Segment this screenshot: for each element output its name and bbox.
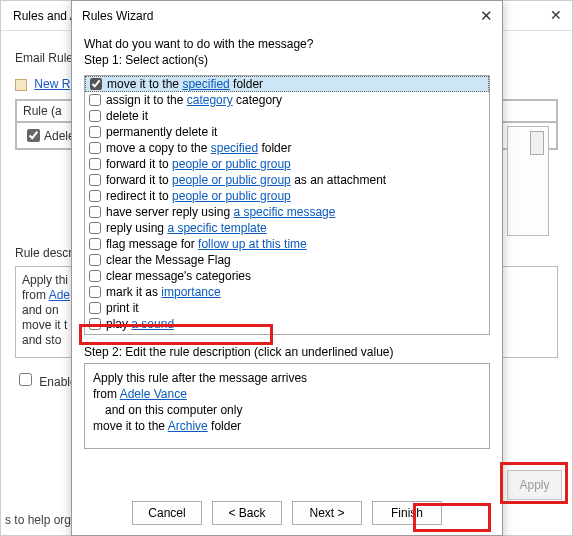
action-checkbox[interactable] (89, 158, 101, 170)
new-rule-link[interactable]: New R (34, 77, 70, 91)
action-row[interactable]: clear the Message Flag (85, 252, 489, 268)
action-label: print it (106, 300, 139, 316)
desc-line1: Apply this rule after the message arrive… (93, 370, 481, 386)
action-row[interactable]: mark it as read (85, 332, 489, 335)
action-param-link[interactable]: specified (182, 77, 229, 91)
close-icon[interactable]: ✕ (550, 7, 562, 23)
finish-button[interactable]: Finish (372, 501, 442, 525)
dialog-title: Rules Wizard (82, 9, 153, 23)
wizard-question: What do you want to do with the message? (84, 37, 490, 51)
action-param-link[interactable]: specified (211, 141, 258, 155)
action-label: move a copy to the specified folder (106, 140, 291, 156)
action-label: clear the Message Flag (106, 252, 231, 268)
action-param-link[interactable]: a specific message (233, 205, 335, 219)
action-row[interactable]: mark it as importance (85, 284, 489, 300)
action-label: reply using a specific template (106, 220, 267, 236)
action-param-link[interactable]: people or public group (172, 157, 291, 171)
action-checkbox[interactable] (89, 142, 101, 154)
next-button[interactable]: Next > (292, 501, 362, 525)
action-checkbox[interactable] (89, 270, 101, 282)
bg-title: Rules and A (13, 9, 78, 23)
action-label: clear message's categories (106, 268, 251, 284)
action-label: assign it to the category category (106, 92, 282, 108)
action-row[interactable]: forward it to people or public group as … (85, 172, 489, 188)
action-row[interactable]: redirect it to people or public group (85, 188, 489, 204)
action-label: mark it as read (106, 332, 185, 335)
action-checkbox[interactable] (89, 174, 101, 186)
rule-description-box: Apply this rule after the message arrive… (84, 363, 490, 449)
action-row[interactable]: reply using a specific template (85, 220, 489, 236)
action-label: have server reply using a specific messa… (106, 204, 335, 220)
action-param-link[interactable]: category (187, 93, 233, 107)
action-label: flag message for follow up at this time (106, 236, 307, 252)
action-label: forward it to people or public group (106, 156, 291, 172)
action-row[interactable]: move it to the specified folder (85, 76, 489, 92)
action-checkbox[interactable] (89, 206, 101, 218)
help-text: s to help orga (5, 513, 78, 527)
wizard-buttons: Cancel < Back Next > Finish (72, 501, 502, 525)
action-label: delete it (106, 108, 148, 124)
action-checkbox[interactable] (89, 318, 101, 330)
action-checkbox[interactable] (89, 334, 101, 335)
action-param-link[interactable]: importance (161, 285, 220, 299)
from-person-link[interactable]: Adele Vance (120, 387, 187, 401)
action-row[interactable]: flag message for follow up at this time (85, 236, 489, 252)
action-checkbox[interactable] (89, 190, 101, 202)
action-label: play a sound (106, 316, 174, 332)
action-label: forward it to people or public group as … (106, 172, 386, 188)
action-checkbox[interactable] (90, 78, 102, 90)
cancel-button[interactable]: Cancel (132, 501, 202, 525)
adele-link[interactable]: Ade (49, 288, 70, 302)
dialog-titlebar: Rules Wizard ✕ (72, 1, 502, 31)
step2-label: Step 2: Edit the rule description (click… (84, 345, 490, 359)
rule-row-checkbox[interactable] (27, 129, 40, 142)
action-row[interactable]: forward it to people or public group (85, 156, 489, 172)
action-param-link[interactable]: a sound (131, 317, 174, 331)
enable-checkbox[interactable] (19, 373, 32, 386)
dialog-body: What do you want to do with the message?… (72, 31, 502, 75)
action-label: permanently delete it (106, 124, 217, 140)
action-row[interactable]: assign it to the category category (85, 92, 489, 108)
action-row[interactable]: permanently delete it (85, 124, 489, 140)
action-row[interactable]: clear message's categories (85, 268, 489, 284)
action-row[interactable]: have server reply using a specific messa… (85, 204, 489, 220)
actions-list[interactable]: move it to the specified folderassign it… (84, 75, 490, 335)
action-checkbox[interactable] (89, 126, 101, 138)
back-button[interactable]: < Back (212, 501, 282, 525)
action-checkbox[interactable] (89, 254, 101, 266)
action-row[interactable]: move a copy to the specified folder (85, 140, 489, 156)
rules-wizard-dialog: Rules Wizard ✕ What do you want to do wi… (71, 0, 503, 536)
close-button[interactable]: ✕ (474, 5, 496, 27)
order-slider[interactable] (507, 126, 549, 236)
action-row[interactable]: delete it (85, 108, 489, 124)
action-param-link[interactable]: people or public group (172, 189, 291, 203)
action-checkbox[interactable] (89, 286, 101, 298)
action-row[interactable]: print it (85, 300, 489, 316)
action-checkbox[interactable] (89, 222, 101, 234)
apply-button[interactable]: Apply (507, 470, 562, 500)
step1-label: Step 1: Select action(s) (84, 53, 490, 67)
folder-link[interactable]: Archive (168, 419, 208, 433)
action-checkbox[interactable] (89, 238, 101, 250)
desc-line3: and on this computer only (105, 402, 481, 418)
action-checkbox[interactable] (89, 94, 101, 106)
action-param-link[interactable]: a specific template (167, 221, 266, 235)
action-checkbox[interactable] (89, 302, 101, 314)
action-checkbox[interactable] (89, 110, 101, 122)
action-param-link[interactable]: people or public group (172, 173, 291, 187)
action-label: move it to the specified folder (107, 76, 263, 92)
action-label: redirect it to people or public group (106, 188, 291, 204)
action-row[interactable]: play a sound (85, 316, 489, 332)
new-icon (15, 79, 27, 91)
action-param-link[interactable]: follow up at this time (198, 237, 307, 251)
slider-thumb-icon[interactable] (530, 131, 544, 155)
action-label: mark it as importance (106, 284, 221, 300)
